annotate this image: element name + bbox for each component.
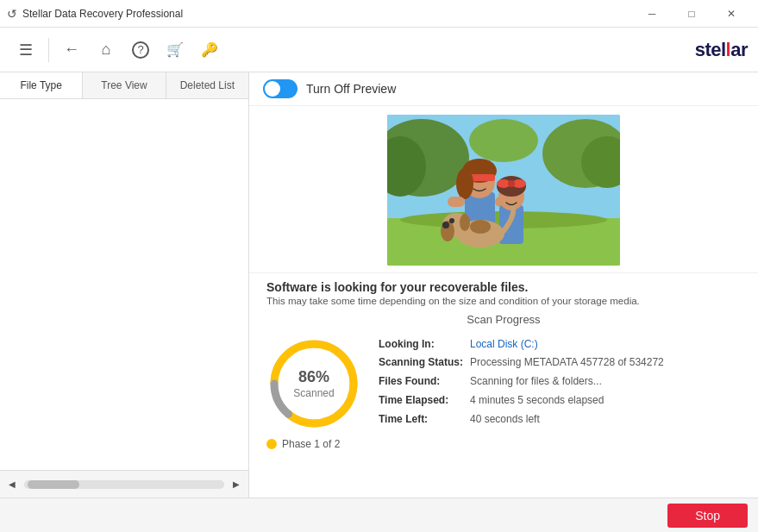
- preview-toggle[interactable]: [263, 79, 298, 98]
- stat-key-scanning-status: Scanning Status:: [379, 355, 465, 370]
- horizontal-scrollbar[interactable]: ◀ ▶: [0, 470, 248, 498]
- tab-file-type[interactable]: File Type: [0, 72, 83, 98]
- stat-key-time-left: Time Left:: [379, 412, 465, 427]
- app-logo: stellar: [695, 39, 748, 61]
- left-panel-content: [0, 99, 248, 470]
- help-icon: ?: [132, 41, 149, 59]
- home-button[interactable]: ⌂: [91, 34, 122, 66]
- scroll-right-button[interactable]: ▶: [228, 476, 245, 493]
- scroll-track[interactable]: [24, 480, 224, 489]
- svg-point-24: [460, 214, 470, 231]
- svg-point-20: [508, 180, 515, 187]
- help-button[interactable]: ?: [125, 34, 156, 66]
- back-button[interactable]: ←: [56, 34, 87, 66]
- preview-image-area: [249, 106, 758, 273]
- stat-looking-in: Looking In: Local Disk (C:): [379, 337, 741, 352]
- menu-icon: ☰: [19, 41, 33, 59]
- preview-photo-svg: [387, 115, 620, 266]
- left-panel: File Type Tree View Deleted List ◀ ▶: [0, 72, 249, 498]
- circular-progress: 86% Scanned: [266, 336, 361, 431]
- progress-area: 86% Scanned Looking In: Local Disk (C:) …: [249, 336, 758, 438]
- phase-row: Phase 1 of 2: [249, 438, 758, 457]
- scan-info: Software is looking for your recoverable…: [249, 273, 758, 336]
- preview-bar: Turn Off Preview: [249, 72, 758, 106]
- stat-val-looking-in: Local Disk (C:): [470, 337, 538, 352]
- phase-text: Phase 1 of 2: [282, 438, 340, 450]
- title-bar-controls: ─ □ ✕: [632, 0, 751, 28]
- phase-dot-icon: [266, 439, 277, 449]
- title-bar: ↺ Stellar Data Recovery Professional ─ □…: [0, 0, 758, 28]
- stat-val-scanning-status: Processing METADATA 457728 of 534272: [470, 355, 664, 370]
- preview-toggle-label: Turn Off Preview: [306, 82, 396, 96]
- close-button[interactable]: ✕: [711, 0, 751, 28]
- svg-point-27: [470, 220, 491, 234]
- scan-subtitle: This may take some time depending on the…: [266, 296, 741, 306]
- stat-time-elapsed: Time Elapsed: 4 minutes 5 seconds elapse…: [379, 393, 741, 408]
- stop-button[interactable]: Stop: [667, 504, 748, 528]
- scan-stats: Looking In: Local Disk (C:) Scanning Sta…: [379, 337, 741, 431]
- progress-text: 86% Scanned: [293, 367, 334, 401]
- title-bar-title: Stellar Data Recovery Professional: [22, 8, 183, 20]
- stat-scanning-status: Scanning Status: Processing METADATA 457…: [379, 355, 741, 370]
- preview-image: [387, 115, 620, 266]
- cart-button[interactable]: 🛒: [160, 34, 191, 66]
- back-icon: ←: [64, 41, 79, 59]
- scroll-left-button[interactable]: ◀: [3, 476, 21, 493]
- menu-button[interactable]: ☰: [10, 34, 41, 66]
- stat-key-files-found: Files Found:: [379, 374, 465, 389]
- stat-files-found: Files Found: Scanning for files & folder…: [379, 374, 741, 389]
- tab-bar: File Type Tree View Deleted List: [0, 72, 248, 99]
- toolbar-divider: [48, 38, 49, 62]
- stat-val-files-found: Scanning for files & folders...: [470, 374, 602, 389]
- home-icon: ⌂: [102, 41, 111, 59]
- svg-point-12: [456, 168, 473, 199]
- main-layout: File Type Tree View Deleted List ◀ ▶ Tur…: [0, 72, 758, 498]
- tab-deleted-list[interactable]: Deleted List: [166, 72, 248, 98]
- key-icon: 🔑: [201, 41, 218, 58]
- stat-val-time-left: 40 seconds left: [470, 412, 540, 427]
- stat-key-looking-in: Looking In:: [379, 337, 465, 352]
- logo-dot: l: [726, 39, 731, 60]
- progress-percentage: 86%: [293, 367, 334, 387]
- progress-scanned-label: Scanned: [293, 387, 334, 401]
- svg-point-25: [442, 222, 449, 228]
- maximize-button[interactable]: □: [672, 0, 711, 28]
- stat-key-time-elapsed: Time Elapsed:: [379, 393, 465, 408]
- minimize-button[interactable]: ─: [632, 0, 672, 28]
- scan-progress-label: Scan Progress: [266, 313, 741, 326]
- scan-title: Software is looking for your recoverable…: [266, 280, 741, 294]
- right-panel: Turn Off Preview: [249, 72, 758, 498]
- scroll-thumb[interactable]: [28, 480, 79, 489]
- toolbar: ☰ ← ⌂ ? 🛒 🔑 stellar: [0, 28, 758, 72]
- stat-time-left: Time Left: 40 seconds left: [379, 412, 741, 427]
- svg-point-26: [449, 218, 454, 223]
- svg-point-5: [469, 119, 538, 162]
- title-bar-icon: ↺: [7, 7, 17, 21]
- tab-tree-view[interactable]: Tree View: [83, 72, 166, 98]
- title-bar-left: ↺ Stellar Data Recovery Professional: [7, 7, 183, 21]
- toggle-knob: [265, 81, 280, 97]
- cart-icon: 🛒: [166, 41, 184, 58]
- stat-val-time-elapsed: 4 minutes 5 seconds elapsed: [470, 393, 604, 408]
- svg-rect-13: [448, 197, 465, 207]
- bottom-bar: Stop: [0, 498, 758, 532]
- key-button[interactable]: 🔑: [194, 34, 225, 66]
